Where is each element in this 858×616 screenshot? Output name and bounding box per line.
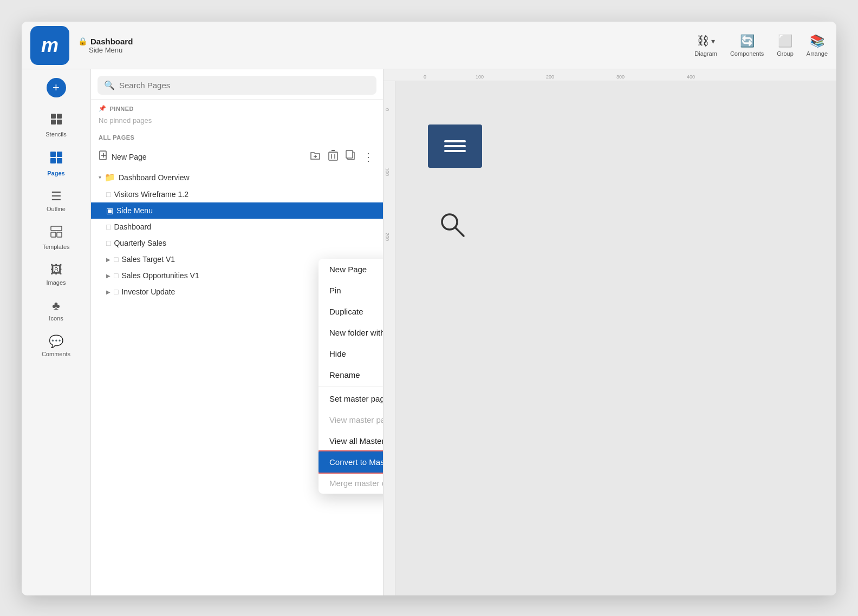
vertical-ruler: 0 100 200 <box>384 81 395 595</box>
expand-arrow-icon: ▶ <box>106 289 110 295</box>
ctx-set-master[interactable]: Set master page ▶ <box>318 388 384 409</box>
search-input[interactable] <box>119 81 370 90</box>
svg-rect-3 <box>57 120 62 124</box>
pin-icon: 📌 <box>99 105 107 112</box>
icon-sidebar: + Stencils <box>22 69 91 595</box>
svg-rect-2 <box>51 120 56 124</box>
sidebar-item-images[interactable]: 🖼 Images <box>22 257 90 292</box>
duplicate-page-button[interactable] <box>344 148 357 165</box>
sidebar-item-comments[interactable]: 💬 Comments <box>22 328 90 364</box>
app-logo[interactable]: m <box>30 26 69 65</box>
add-folder-button[interactable] <box>308 148 322 165</box>
ruler-vtick-100: 100 <box>385 168 390 176</box>
new-page-label: New Page <box>112 153 147 161</box>
arrange-label: Arrange <box>807 50 828 57</box>
ruler-tick-400: 400 <box>687 74 695 80</box>
app-window: m 🔒 Dashboard Side Menu ⛓ ▾ Diagram 🔄 Co… <box>22 22 836 595</box>
page-name: Quarterly Sales <box>114 239 166 247</box>
ctx-new-folder-label: New folder with selection <box>329 328 384 337</box>
ctx-duplicate[interactable]: Duplicate <box>318 301 384 322</box>
page-name: Visitors Wireframe 1.2 <box>114 190 188 199</box>
ctx-pin-label: Pin <box>329 286 341 295</box>
sidebar-item-templates[interactable]: Templates <box>22 219 90 257</box>
h-line-1 <box>444 140 466 142</box>
svg-rect-4 <box>50 152 56 157</box>
search-canvas-icon[interactable] <box>439 211 466 243</box>
ctx-new-folder[interactable]: New folder with selection <box>318 322 384 343</box>
arrange-button[interactable]: 📚 Arrange <box>807 34 828 57</box>
group-button[interactable]: ⬜ Group <box>777 34 794 57</box>
folder-icon: 📁 <box>105 172 115 182</box>
page-name: Sales Target V1 <box>121 255 175 264</box>
pinned-label: PINNED <box>110 106 134 112</box>
svg-rect-22 <box>346 150 353 158</box>
components-label: Components <box>730 50 764 57</box>
pages-icon <box>49 150 63 168</box>
svg-line-24 <box>455 227 464 236</box>
title-bar: m 🔒 Dashboard Side Menu ⛓ ▾ Diagram 🔄 Co… <box>22 22 836 69</box>
sidebar-item-outline[interactable]: ☰ Outline <box>22 183 90 219</box>
ruler-tick-200: 200 <box>546 74 554 80</box>
ruler-vtick-0: 0 <box>385 108 390 111</box>
diagram-button[interactable]: ⛓ ▾ Diagram <box>694 34 717 57</box>
title-bar-info: 🔒 Dashboard Side Menu <box>78 37 694 54</box>
search-icon: 🔍 <box>104 80 115 90</box>
list-item[interactable]: □ Quarterly Sales <box>91 235 383 251</box>
all-pages-header: ALL PAGES <box>99 134 375 141</box>
expand-arrow-icon: ▾ <box>99 174 101 180</box>
list-item[interactable]: ▣ Side Menu <box>91 202 383 219</box>
new-page-button[interactable]: New Page <box>99 150 147 163</box>
page-doc-icon: □ <box>106 239 110 247</box>
sidebar-item-pages[interactable]: Pages <box>22 144 90 183</box>
list-item[interactable]: □ Visitors Wireframe 1.2 <box>91 186 383 202</box>
components-button[interactable]: 🔄 Components <box>730 34 764 57</box>
ruler-tick-300: 300 <box>616 74 625 80</box>
diagram-label: Diagram <box>694 50 717 57</box>
group-label: Group <box>777 50 794 57</box>
ruler-tick-0: 0 <box>424 74 426 80</box>
ruler-vtick-200: 200 <box>385 233 390 241</box>
ctx-view-all-masters[interactable]: View all Masters 3 <box>318 430 384 451</box>
dashboard-card-element[interactable] <box>428 124 482 168</box>
page-doc-icon: □ <box>114 287 118 296</box>
ctx-view-master-label: View master page <box>329 415 384 424</box>
search-input-wrap[interactable]: 🔍 <box>98 76 376 95</box>
ctx-view-master: View master page <box>318 409 384 430</box>
svg-rect-9 <box>51 232 56 237</box>
more-options-button[interactable]: ⋮ <box>361 149 375 165</box>
dropdown-arrow-icon: ▾ <box>711 37 715 45</box>
list-item[interactable]: ▾ 📁 Dashboard Overview <box>91 168 383 186</box>
ctx-convert-to-master-label: Convert to Master <box>329 457 384 467</box>
delete-page-button[interactable] <box>327 148 340 165</box>
icons-icon: ♣ <box>52 299 60 313</box>
ctx-new-page[interactable]: New Page <box>318 259 384 280</box>
outline-icon: ☰ <box>51 189 62 204</box>
ctx-separator <box>318 386 384 387</box>
list-item[interactable]: □ Dashboard <box>91 219 383 235</box>
toolbar-actions: ⛓ ▾ Diagram 🔄 Components ⬜ Group 📚 Arran… <box>694 34 828 57</box>
page-name: Investor Update <box>121 287 175 296</box>
main-content: + Stencils <box>22 69 836 595</box>
ctx-convert-to-master[interactable]: Convert to Master <box>318 451 384 473</box>
svg-rect-16 <box>329 152 337 160</box>
ctx-rename[interactable]: Rename <box>318 364 384 385</box>
sidebar-item-icons[interactable]: ♣ Icons <box>22 292 90 328</box>
add-button[interactable]: + <box>47 78 66 97</box>
expand-arrow-icon: ▶ <box>106 257 110 263</box>
sidebar-item-stencils[interactable]: Stencils <box>22 106 90 144</box>
outline-label: Outline <box>47 206 66 212</box>
new-page-bar: New Page <box>91 145 383 168</box>
page-name: Dashboard <box>114 222 151 231</box>
folder-name: Dashboard Overview <box>119 173 190 182</box>
components-icon: 🔄 <box>740 34 755 48</box>
svg-rect-5 <box>57 152 62 157</box>
ruler-tick-100: 100 <box>476 74 484 80</box>
page-name: Sales Opportunities V1 <box>121 271 199 280</box>
horizontal-ruler: 0 100 200 300 400 <box>384 69 836 81</box>
ctx-hide[interactable]: Hide <box>318 343 384 364</box>
ctx-pin[interactable]: Pin <box>318 280 384 301</box>
group-icon: ⬜ <box>778 34 792 48</box>
canvas-area[interactable]: 0 100 200 300 400 0 100 200 <box>384 69 836 595</box>
no-pinned-text: No pinned pages <box>99 114 375 127</box>
pinned-section: 📌 PINNED No pinned pages <box>91 100 383 130</box>
